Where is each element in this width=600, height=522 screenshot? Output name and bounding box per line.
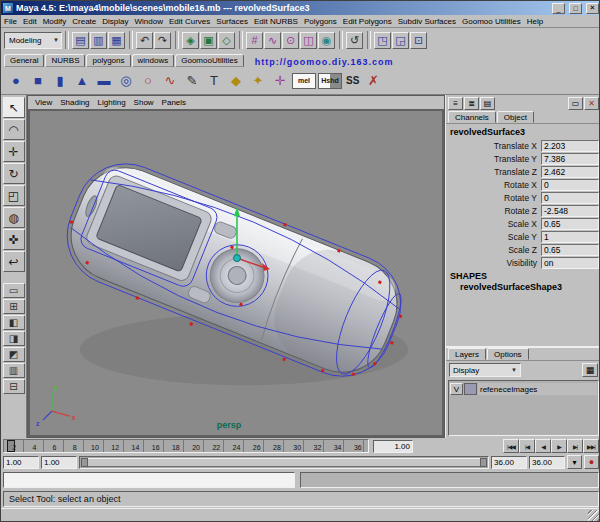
playback-end-field[interactable]: 36.00 bbox=[491, 456, 527, 469]
shelf-tab-nurbs[interactable]: NURBS bbox=[45, 54, 85, 67]
channel-label[interactable]: Translate Y bbox=[494, 154, 541, 164]
menu-edit[interactable]: Edit bbox=[20, 17, 40, 26]
make-live-icon[interactable]: ◉ bbox=[318, 32, 335, 49]
channel-value[interactable]: 0.65 bbox=[541, 244, 599, 256]
menu-file[interactable]: File bbox=[1, 17, 20, 26]
menu-edit-nurbs[interactable]: Edit NURBS bbox=[251, 17, 301, 26]
shelf-pencil-curve-icon[interactable]: ✎ bbox=[182, 71, 202, 91]
undo-icon[interactable]: ↶ bbox=[136, 32, 153, 49]
lasso-tool-icon[interactable]: ◠ bbox=[3, 119, 25, 140]
channel-label[interactable]: Scale Z bbox=[508, 245, 541, 255]
panel-list-icon[interactable]: ≡ bbox=[448, 97, 463, 110]
menu-modify[interactable]: Modify bbox=[40, 17, 70, 26]
new-layer-icon[interactable]: ▦ bbox=[582, 363, 598, 377]
range-slider-track[interactable] bbox=[79, 456, 489, 469]
shelf-text-tool-icon[interactable]: T bbox=[204, 71, 224, 91]
layout-left-split-icon[interactable]: ◧ bbox=[3, 315, 25, 330]
menu-set-selector[interactable]: Modeling ▼ bbox=[4, 32, 62, 49]
current-frame-field[interactable]: 1.00 bbox=[373, 440, 413, 453]
layout-four-pane-icon[interactable]: ⊞ bbox=[3, 299, 25, 314]
layout-top-split-icon[interactable]: ◩ bbox=[3, 347, 25, 362]
shelf-tab-general[interactable]: General bbox=[4, 54, 44, 67]
menu-surfaces[interactable]: Surfaces bbox=[213, 17, 251, 26]
menu-polygons[interactable]: Polygons bbox=[301, 17, 340, 26]
menu-window[interactable]: Window bbox=[132, 17, 166, 26]
channel-label[interactable]: Visibility bbox=[506, 258, 541, 268]
shelf-nurbs-circle-icon[interactable]: ○ bbox=[138, 71, 158, 91]
shelf-delete-icon[interactable]: ✗ bbox=[363, 71, 383, 91]
shelf-mel-script-icon[interactable]: mel bbox=[292, 73, 316, 89]
shelf-hypershade-icon[interactable]: Hshd bbox=[318, 73, 342, 89]
select-component-icon[interactable]: ◇ bbox=[218, 32, 235, 49]
shelf-nurbs-sphere-icon[interactable]: ● bbox=[6, 71, 26, 91]
channel-value[interactable]: -2.548 bbox=[541, 205, 599, 217]
menu-help[interactable]: Help bbox=[524, 17, 546, 26]
move-tool-icon[interactable]: ✛ bbox=[3, 141, 25, 162]
menu-subdiv-surfaces[interactable]: Subdiv Surfaces bbox=[395, 17, 459, 26]
auto-key-toggle[interactable]: ● bbox=[584, 455, 599, 469]
layout-right-split-icon[interactable]: ◨ bbox=[3, 331, 25, 346]
range-options-icon[interactable]: ▾ bbox=[567, 455, 582, 469]
shelf-nurbs-torus-icon[interactable]: ◎ bbox=[116, 71, 136, 91]
channel-object-name[interactable]: revolvedSurface3 bbox=[450, 127, 599, 137]
viewport-menu-panels[interactable]: Panels bbox=[159, 98, 189, 107]
viewport-menu-shading[interactable]: Shading bbox=[57, 98, 92, 107]
panel-grid-icon[interactable]: ▤ bbox=[480, 97, 495, 110]
tab-layers[interactable]: Layers bbox=[448, 348, 486, 360]
tab-options[interactable]: Options bbox=[487, 348, 529, 360]
time-slider-track[interactable]: 2 4 6 8 10 12 14 16 18 20 22 24 26 28 30… bbox=[3, 439, 369, 453]
shape-node-name[interactable]: revolvedSurfaceShape3 bbox=[460, 282, 599, 292]
shelf-ss-label[interactable]: SS bbox=[344, 75, 361, 86]
viewport-canvas[interactable]: y x z persp bbox=[28, 109, 444, 437]
last-tool-icon[interactable]: ↩ bbox=[3, 251, 25, 272]
layer-color-swatch[interactable] bbox=[464, 383, 477, 395]
shelf-tab-windows[interactable]: windows bbox=[132, 54, 175, 67]
menu-create[interactable]: Create bbox=[69, 17, 99, 26]
range-end-handle[interactable] bbox=[480, 458, 487, 467]
viewport-menu-show[interactable]: Show bbox=[131, 98, 157, 107]
panel-bars-icon[interactable]: ≣ bbox=[464, 97, 479, 110]
open-scene-icon[interactable]: ▥ bbox=[90, 32, 107, 49]
shelf-tab-polygons[interactable]: polygons bbox=[86, 54, 130, 67]
layout-single-pane-icon[interactable]: ▭ bbox=[3, 283, 25, 298]
shelf-nurbs-cube-icon[interactable]: ■ bbox=[28, 71, 48, 91]
snap-to-plane-icon[interactable]: ◫ bbox=[300, 32, 317, 49]
channel-value[interactable]: 7.386 bbox=[541, 153, 599, 165]
shelf-tab-goomooutilities[interactable]: GoomooUtilities bbox=[175, 54, 243, 67]
menu-edit-polygons[interactable]: Edit Polygons bbox=[340, 17, 395, 26]
layer-visibility-toggle[interactable]: V bbox=[450, 383, 463, 395]
layer-display-selector[interactable]: Display ▼ bbox=[449, 363, 521, 377]
channel-value[interactable]: 0 bbox=[541, 179, 599, 191]
select-object-icon[interactable]: ▣ bbox=[200, 32, 217, 49]
channel-label[interactable]: Rotate Z bbox=[504, 206, 541, 216]
panel-close-icon[interactable]: ✕ bbox=[584, 97, 599, 110]
maximize-button[interactable]: □ bbox=[569, 3, 582, 14]
snap-to-curve-icon[interactable]: ∿ bbox=[264, 32, 281, 49]
shelf-locator-icon[interactable]: ✛ bbox=[270, 71, 290, 91]
layer-name[interactable]: refeneceImages bbox=[478, 383, 597, 395]
shelf-diamond-icon[interactable]: ◆ bbox=[226, 71, 246, 91]
minimize-button[interactable]: _ bbox=[552, 3, 565, 14]
render-current-frame-icon[interactable]: ◳ bbox=[374, 32, 391, 49]
range-slider-bar[interactable] bbox=[81, 458, 487, 467]
current-frame-marker[interactable] bbox=[7, 440, 15, 452]
layout-split-icon[interactable]: ⊟ bbox=[3, 379, 25, 394]
channel-value[interactable]: 1 bbox=[541, 231, 599, 243]
select-tool-icon[interactable]: ↖ bbox=[3, 97, 25, 118]
animation-start-field[interactable]: 1.00 bbox=[3, 456, 39, 469]
range-start-handle[interactable] bbox=[81, 458, 88, 467]
save-scene-icon[interactable]: ▦ bbox=[108, 32, 125, 49]
next-key-button[interactable]: ▶| bbox=[567, 439, 583, 453]
channel-value[interactable]: 0 bbox=[541, 192, 599, 204]
play-forward-button[interactable]: ▶ bbox=[551, 439, 567, 453]
menu-display[interactable]: Display bbox=[99, 17, 131, 26]
step-back-button[interactable]: ◀ bbox=[535, 439, 551, 453]
shelf-nurbs-plane-icon[interactable]: ▬ bbox=[94, 71, 114, 91]
redo-icon[interactable]: ↷ bbox=[154, 32, 171, 49]
show-manipulator-tool-icon[interactable]: ✜ bbox=[3, 229, 25, 250]
shelf-nurbs-cylinder-icon[interactable]: ▮ bbox=[50, 71, 70, 91]
construction-history-icon[interactable]: ↺ bbox=[346, 32, 363, 49]
channel-value[interactable]: 2.203 bbox=[541, 140, 599, 152]
channel-label[interactable]: Scale X bbox=[508, 219, 541, 229]
window-titlebar[interactable]: M Maya 4.5: E:\maya4\mobile\scenes\mobil… bbox=[1, 1, 600, 15]
